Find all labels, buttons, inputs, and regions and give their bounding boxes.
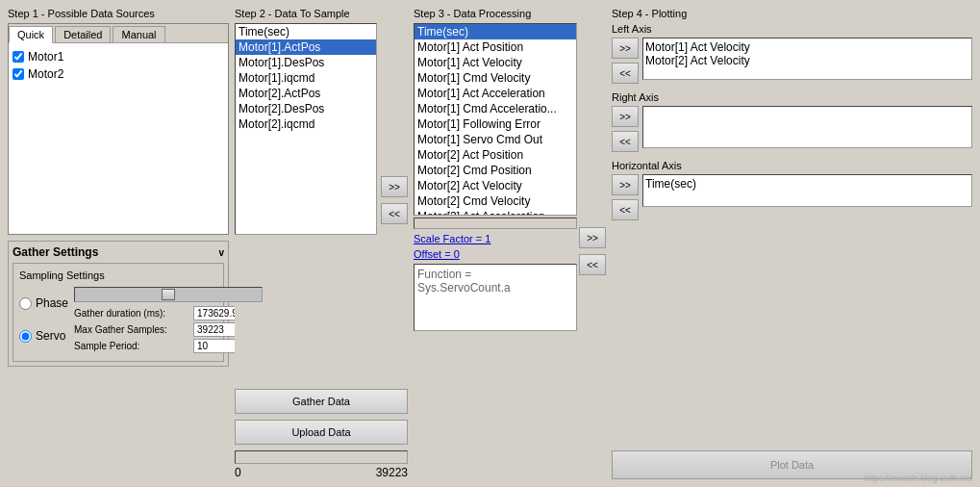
left-axis-row: >> << Motor[1] Act Velocity Motor[2] Act… — [612, 38, 972, 84]
step3-item-11[interactable]: Motor[2] Cmd Velocity — [415, 193, 576, 209]
step4-panel: Step 4 - Plotting Left Axis >> << Motor[… — [612, 8, 972, 479]
gather-settings-header: Gather Settings v — [13, 245, 224, 259]
left-axis-add-button[interactable]: >> — [612, 38, 639, 59]
sampling-row: Phase Servo Gather durati — [19, 287, 217, 355]
motor2-label: Motor2 — [28, 67, 63, 81]
action-buttons: Gather Data Upload Data — [235, 389, 408, 445]
motor1-label: Motor1 — [28, 50, 63, 64]
right-axis-section: Right Axis >> << — [612, 91, 972, 152]
step3-panel: Step 3 - Data Processing Time(sec) Motor… — [414, 8, 606, 479]
step2-item-2[interactable]: Motor[1].DesPos — [236, 55, 376, 70]
step2-item-5[interactable]: Motor[2].DesPos — [236, 101, 376, 116]
horizontal-axis-remove-button[interactable]: << — [612, 199, 639, 220]
tab-detailed[interactable]: Detailed — [55, 26, 111, 42]
step3-remove-button[interactable]: << — [579, 254, 606, 275]
step2-panel: Step 2 - Data To Sample Time(sec) Motor[… — [235, 8, 408, 479]
sample-period-label: Sample Period: — [74, 341, 189, 351]
watermark: https://miracle.blog.csdn.net — [865, 474, 972, 483]
phase-radio[interactable] — [19, 297, 32, 310]
right-axis-add-button[interactable]: >> — [612, 106, 639, 127]
progress-start: 0 — [235, 466, 241, 479]
gather-data-button[interactable]: Gather Data — [235, 389, 408, 414]
servo-radio-item: Servo — [19, 329, 68, 343]
motor2-checkbox[interactable] — [13, 68, 24, 80]
slider-thumb[interactable] — [162, 289, 175, 300]
step2-item-6[interactable]: Motor[2].iqcmd — [236, 116, 376, 132]
horizontal-axis-title: Horizontal Axis — [612, 160, 972, 171]
step3-listbox[interactable]: Time(sec) Motor[1] Act Position Motor[1]… — [414, 23, 577, 216]
horizontal-axis-listbox[interactable]: Time(sec) — [642, 174, 972, 207]
tab-content: Motor1 Motor2 — [9, 43, 228, 234]
step3-item-10[interactable]: Motor[2] Act Velocity — [415, 178, 576, 193]
step3-add-button[interactable]: >> — [579, 227, 606, 248]
step2-item-4[interactable]: Motor[2].ActPos — [236, 86, 376, 101]
step3-content: Time(sec) Motor[1] Act Position Motor[1]… — [414, 23, 606, 479]
step3-item-3[interactable]: Motor[1] Cmd Velocity — [415, 70, 576, 86]
expand-icon[interactable]: v — [218, 247, 224, 258]
function-text: Function = Sys.ServoCount.a — [417, 268, 511, 295]
step3-item-9[interactable]: Motor[2] Cmd Position — [415, 163, 576, 178]
step4-title: Step 4 - Plotting — [612, 8, 972, 19]
step2-title: Step 2 - Data To Sample — [235, 8, 408, 19]
horizontal-axis-item-0[interactable]: Time(sec) — [645, 177, 969, 191]
right-axis-remove-button[interactable]: << — [612, 131, 639, 152]
left-axis-item-1[interactable]: Motor[2] Act Velocity — [645, 54, 969, 67]
horizontal-axis-row: >> << Time(sec) — [612, 174, 972, 220]
right-axis-title: Right Axis — [612, 91, 972, 103]
function-box: Function = Sys.ServoCount.a — [414, 264, 577, 331]
motor2-item: Motor2 — [13, 65, 224, 83]
servo-label: Servo — [36, 329, 65, 343]
step1-title: Step 1 - Possible Data Sources — [8, 8, 229, 19]
progress-bar — [235, 450, 408, 464]
tab-quick[interactable]: Quick — [9, 26, 53, 43]
horizontal-axis-buttons: >> << — [612, 174, 639, 220]
horizontal-axis-add-button[interactable]: >> — [612, 174, 639, 195]
step3-item-7[interactable]: Motor[1] Servo Cmd Out — [415, 132, 576, 147]
step2-content: Time(sec) Motor[1].ActPos Motor[1].DesPo… — [235, 23, 408, 377]
step1-panel: Step 1 - Possible Data Sources Quick Det… — [8, 8, 229, 479]
left-axis-listbox[interactable]: Motor[1] Act Velocity Motor[2] Act Veloc… — [642, 38, 972, 80]
progress-end: 39223 — [376, 466, 408, 479]
step3-item-1[interactable]: Motor[1] Act Position — [415, 39, 576, 55]
sampling-title: Sampling Settings — [19, 269, 217, 281]
step3-item-5[interactable]: Motor[1] Cmd Acceleratio... — [415, 101, 576, 116]
step3-item-8[interactable]: Motor[2] Act Position — [415, 147, 576, 163]
phase-radio-item: Phase — [19, 296, 68, 310]
left-axis-remove-button[interactable]: << — [612, 63, 639, 84]
step3-item-0[interactable]: Time(sec) — [415, 24, 576, 39]
gather-duration-label: Gather duration (ms): — [74, 308, 189, 319]
tab-bar: Quick Detailed Manual — [9, 24, 228, 43]
scale-factor-link[interactable]: Scale Factor = 1 — [414, 233, 577, 244]
left-axis-item-0[interactable]: Motor[1] Act Velocity — [645, 40, 969, 54]
left-axis-title: Left Axis — [612, 23, 972, 35]
step3-item-4[interactable]: Motor[1] Act Acceleration — [415, 86, 576, 101]
step3-list-area: Time(sec) Motor[1] Act Position Motor[1]… — [414, 23, 577, 479]
right-axis-listbox[interactable] — [642, 106, 972, 148]
offset-link[interactable]: Offset = 0 — [414, 248, 577, 260]
right-axis-row: >> << — [612, 106, 972, 152]
upload-data-button[interactable]: Upload Data — [235, 420, 408, 445]
step2-item-0[interactable]: Time(sec) — [236, 24, 376, 39]
tab-manual[interactable]: Manual — [113, 26, 164, 42]
motor1-item: Motor1 — [13, 48, 224, 65]
step3-item-12[interactable]: Motor[2] Act Acceleration — [415, 209, 576, 216]
left-axis-section: Left Axis >> << Motor[1] Act Velocity Mo… — [612, 23, 972, 84]
step2-listbox[interactable]: Time(sec) Motor[1].ActPos Motor[1].DesPo… — [235, 23, 377, 235]
step2-item-1[interactable]: Motor[1].ActPos — [236, 39, 376, 55]
step3-arrow-buttons: >> << — [579, 23, 606, 479]
left-axis-buttons: >> << — [612, 38, 639, 84]
step3-item-2[interactable]: Motor[1] Act Velocity — [415, 55, 576, 70]
slider-track[interactable] — [74, 287, 263, 302]
step2-item-3[interactable]: Motor[1].iqcmd — [236, 70, 376, 86]
step2-remove-button[interactable]: << — [381, 203, 408, 224]
servo-radio[interactable] — [19, 330, 32, 343]
motor1-checkbox[interactable] — [13, 51, 24, 63]
step3-item-6[interactable]: Motor[1] Following Error — [415, 116, 576, 132]
step1-tab-area: Quick Detailed Manual Motor1 Motor2 — [8, 23, 229, 235]
max-samples-label: Max Gather Samples: — [74, 324, 189, 335]
horizontal-axis-section: Horizontal Axis >> << Time(sec) — [612, 160, 972, 220]
step3-scrollbar-x[interactable] — [414, 218, 577, 229]
gather-settings: Gather Settings v Sampling Settings Phas… — [8, 241, 229, 367]
right-axis-buttons: >> << — [612, 106, 639, 152]
step2-add-button[interactable]: >> — [381, 176, 408, 197]
